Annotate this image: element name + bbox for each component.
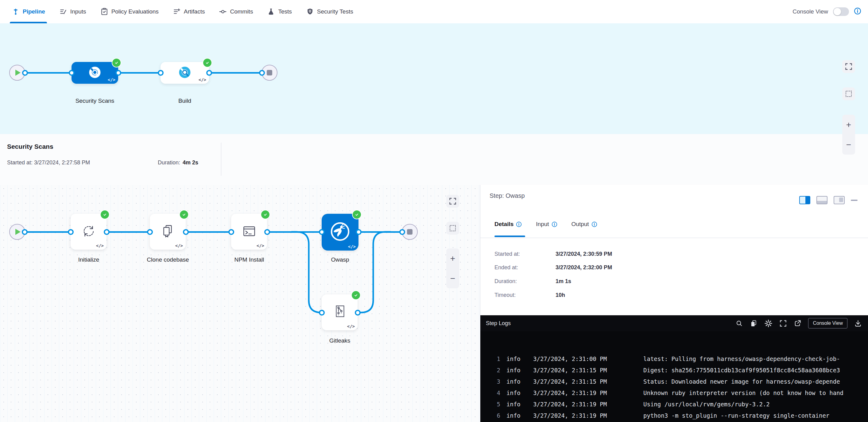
field-label: Ended at: — [494, 264, 556, 271]
step-logs-title: Step Logs — [486, 320, 511, 327]
zoom-in-button[interactable]: + — [846, 121, 851, 129]
log-level: info — [506, 410, 533, 421]
download-icon[interactable] — [854, 320, 862, 327]
minimize-panel-button[interactable] — [851, 200, 858, 201]
stage-node-build[interactable]: </> — [160, 62, 209, 84]
copy-icon[interactable] — [750, 320, 757, 327]
log-message: Digest: sha256:7755011cdb13caf9f95051f8c… — [643, 367, 840, 374]
search-icon[interactable] — [735, 320, 743, 327]
flask-icon — [267, 8, 275, 15]
zoom-out-button[interactable]: − — [846, 140, 851, 149]
nav-tab-label: Pipeline — [23, 8, 45, 15]
log-level: info — [506, 365, 533, 376]
connector-line — [25, 231, 71, 233]
field-value: 1m 1s — [556, 278, 571, 284]
log-level: info — [506, 399, 533, 410]
nav-tab-commits[interactable]: Commits — [218, 0, 253, 23]
artifacts-icon — [173, 8, 181, 15]
layout-bottom-split-icon[interactable] — [816, 196, 828, 204]
log-line: 1info3/27/2024, 2:31:00 PMlatest: Pullin… — [480, 353, 868, 365]
tab-label: Output — [571, 221, 589, 228]
step-logs-header: Step Logs — [480, 315, 868, 331]
step-label: Clone codebase — [131, 256, 205, 263]
connector-line — [106, 231, 150, 233]
panel-layout-controls — [799, 196, 858, 204]
step-logs-console[interactable]: 1info3/27/2024, 2:31:00 PMlatest: Pullin… — [480, 331, 868, 422]
layout-right-split-icon[interactable] — [799, 196, 810, 204]
gear-icon[interactable] — [764, 319, 773, 328]
nav-tab-artifacts[interactable]: Artifacts — [172, 0, 206, 23]
pipeline-icon — [12, 8, 20, 15]
ci-stage-icon — [177, 65, 192, 81]
log-timestamp: 3/27/2024, 2:31:15 PM — [533, 365, 643, 376]
console-view-toggle[interactable] — [833, 7, 849, 16]
log-line: 3info3/27/2024, 2:31:15 PMStatus: Downlo… — [480, 376, 868, 387]
nav-tab-security-tests[interactable]: Security Tests — [305, 0, 354, 23]
nav-tab-pipeline[interactable]: Pipeline — [11, 0, 46, 23]
expand-canvas-button[interactable] — [842, 60, 855, 73]
zoom-out-button[interactable]: − — [450, 274, 455, 283]
initialize-icon — [81, 223, 97, 241]
stage-graph-canvas[interactable]: </> Security Scans </> Build — [0, 23, 868, 134]
step-graph-canvas[interactable]: </> Initialize </> Clone codebase — [0, 185, 480, 422]
tab-label: Input — [536, 221, 549, 228]
duration-value: 4m 2s — [183, 160, 198, 166]
info-icon[interactable] — [854, 7, 861, 16]
expand-canvas-button[interactable] — [446, 195, 459, 207]
info-icon[interactable] — [552, 221, 557, 227]
connector-port — [206, 70, 212, 76]
field-label: Timeout: — [494, 292, 556, 298]
info-icon[interactable] — [591, 221, 597, 227]
step-details-panel: Step: Owasp Details Input Output — [480, 185, 868, 422]
connector-port — [147, 229, 153, 235]
field-value: 3/27/2024, 2:30:59 PM — [556, 251, 612, 257]
code-badge: </> — [108, 77, 115, 82]
nav-tab-label: Artifacts — [184, 8, 205, 15]
open-external-icon[interactable] — [794, 320, 801, 327]
console-view-button[interactable]: Console View — [808, 318, 847, 328]
execution-split-view: </> Initialize </> Clone codebase — [0, 185, 868, 422]
nav-tab-label: Policy Evaluations — [112, 8, 159, 15]
terminal-icon — [241, 223, 257, 241]
tab-input[interactable]: Input — [536, 221, 557, 228]
nav-tab-tests[interactable]: Tests — [267, 0, 292, 23]
success-badge — [352, 210, 362, 219]
divider — [221, 142, 221, 176]
log-actions: Console View — [735, 318, 868, 328]
layout-floating-panel-icon[interactable] — [834, 196, 845, 204]
shield-icon — [306, 8, 314, 15]
nav-tab-policy-evaluations[interactable]: Policy Evaluations — [100, 0, 159, 23]
connector-port — [22, 70, 28, 76]
step-node-gitleaks[interactable]: </> — [322, 294, 358, 330]
stage-label: Build — [148, 98, 222, 104]
clone-codebase-icon — [160, 223, 176, 241]
connector-port — [69, 70, 74, 76]
nav-right: Console View — [793, 7, 868, 16]
connector-line — [267, 231, 322, 233]
log-line-number: 6 — [486, 410, 500, 421]
selection-mode-button[interactable] — [446, 222, 459, 235]
info-icon[interactable] — [516, 221, 522, 227]
step-node-initialize[interactable]: </> — [71, 214, 106, 250]
nav-tab-label: Security Tests — [317, 8, 353, 15]
step-node-owasp[interactable]: </> — [322, 214, 359, 251]
success-badge — [112, 58, 121, 67]
zoom-in-button[interactable]: + — [450, 254, 455, 263]
tab-output[interactable]: Output — [571, 221, 597, 228]
connector-port — [356, 229, 362, 235]
selection-mode-button[interactable] — [842, 88, 855, 100]
step-node-clone-codebase[interactable]: </> — [150, 214, 186, 250]
ci-stage-icon — [87, 65, 102, 81]
fullscreen-icon[interactable] — [779, 320, 787, 327]
stop-icon — [407, 229, 412, 235]
commit-icon — [219, 8, 227, 15]
step-node-npm-install[interactable]: </> — [231, 214, 267, 250]
log-line-number: 2 — [486, 365, 500, 376]
nav-tab-inputs[interactable]: Inputs — [59, 0, 87, 23]
log-message: Using /usr/local/rvm/gems/ruby-3.2.2 — [643, 401, 770, 408]
field-value: 10h — [556, 292, 565, 298]
stage-node-security-scans[interactable]: </> — [71, 62, 118, 84]
connector-port — [115, 70, 121, 76]
pipeline-execution-page: Pipeline Inputs Policy Evaluations Artif… — [0, 0, 868, 422]
tab-details[interactable]: Details — [494, 221, 522, 228]
